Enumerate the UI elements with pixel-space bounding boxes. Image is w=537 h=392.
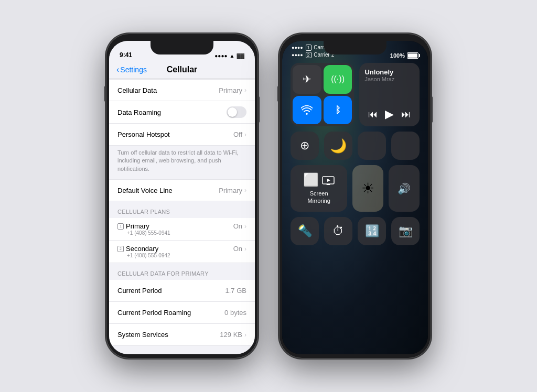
- cc-btn3[interactable]: [358, 132, 386, 160]
- back-button[interactable]: ‹ Settings: [116, 65, 147, 74]
- current-period-roaming-value: 0 bytes: [224, 309, 246, 317]
- rotation-lock-btn[interactable]: ⊕: [291, 132, 319, 160]
- back-label[interactable]: Settings: [120, 66, 147, 74]
- cellular-plans-header: CELLULAR PLANS: [109, 201, 255, 218]
- airplane-mode-btn[interactable]: ✈: [293, 65, 321, 94]
- connectivity-block: ✈ ((·)): [291, 63, 354, 126]
- chevron-icon: ›: [244, 331, 246, 339]
- personal-hotspot-value: Off ›: [233, 130, 246, 138]
- chevron-icon: ›: [244, 245, 246, 253]
- status-icons: ●●●● ▲ ▓▓: [214, 53, 244, 59]
- system-services-label: System Services: [117, 331, 168, 339]
- system-services-size: 129 KB: [220, 331, 242, 339]
- music-artist: Jason Mraz: [364, 76, 414, 82]
- nav-bar: ‹ Settings Cellular: [109, 61, 255, 79]
- personal-hotspot-current: Off: [233, 130, 242, 138]
- cc-third-row: ⬜ ScreenMirroring ☀ 🔊: [291, 165, 420, 211]
- primary-plan-value: On ›: [233, 222, 246, 230]
- rewind-btn[interactable]: ⏮: [368, 109, 378, 120]
- right-phone-screen: ●●●● 1 Carrier LTE ●●●● 2 Carrier 2 100%: [282, 41, 428, 354]
- timer-btn[interactable]: ⏱: [324, 217, 352, 245]
- right-phone: ●●●● 1 Carrier LTE ●●●● 2 Carrier 2 100%: [279, 34, 431, 358]
- rotation-lock-icon: ⊕: [300, 139, 309, 153]
- play-btn[interactable]: ▶: [385, 107, 394, 121]
- cc-top-row: ✈ ((·)): [291, 63, 420, 126]
- cellular-icon: ((·)): [331, 74, 345, 84]
- secondary-plan-info: 2 Secondary +1 (408) 555-0942: [117, 245, 170, 258]
- cellular-data-value: Primary ›: [219, 86, 246, 94]
- data-roaming-toggle[interactable]: [227, 106, 246, 118]
- cellular-data-footer: Turn off cellular data to restrict all d…: [109, 146, 255, 179]
- battery-icon: [407, 52, 418, 59]
- airplane-icon: ✈: [303, 73, 312, 85]
- control-center-screen: ●●●● 1 Carrier LTE ●●●● 2 Carrier 2 100%: [282, 41, 428, 354]
- cellular-btn[interactable]: ((·)): [324, 65, 352, 94]
- do-not-disturb-btn[interactable]: 🌙: [324, 132, 352, 160]
- signal-icon: ●●●●: [214, 53, 227, 59]
- timer-icon: ⏱: [332, 224, 344, 238]
- screen-mirror-icon: ⬜: [303, 172, 335, 187]
- cellular-plans-label: CELLULAR PLANS: [117, 209, 170, 215]
- moon-icon: 🌙: [330, 138, 347, 154]
- cc-second-row: ⊕ 🌙: [291, 132, 420, 160]
- primary-plan-row[interactable]: 1 Primary +1 (408) 555-0941 On ›: [109, 218, 255, 241]
- primary-plan-number: +1 (408) 555-0941: [117, 230, 170, 236]
- system-services-row[interactable]: System Services 129 KB ›: [109, 324, 255, 346]
- camera-btn[interactable]: 📷: [391, 217, 420, 245]
- secondary-plan-number: +1 (408) 555-0942: [117, 253, 170, 258]
- cc-btn4[interactable]: [391, 132, 420, 160]
- cellular-data-row[interactable]: Cellular Data Primary ›: [109, 79, 255, 101]
- cellular-data-current: Primary: [219, 86, 242, 94]
- volume-btn[interactable]: 🔊: [389, 165, 420, 211]
- calculator-icon: 🔢: [365, 224, 379, 238]
- svg-marker-1: [327, 179, 330, 182]
- secondary-plan-row[interactable]: 2 Secondary +1 (408) 555-0942 On ›: [109, 241, 255, 263]
- camera-icon: 📷: [399, 224, 413, 238]
- current-period-roaming-label: Current Period Roaming: [117, 309, 191, 317]
- wifi-icon: [301, 105, 313, 115]
- brightness-btn[interactable]: ☀: [352, 165, 383, 211]
- wifi-icon: ▲: [230, 53, 235, 59]
- flashlight-btn[interactable]: 🔦: [291, 217, 319, 245]
- default-voice-current: Primary: [219, 187, 242, 194]
- personal-hotspot-label: Personal Hotspot: [117, 130, 170, 138]
- primary-plan-info: 1 Primary +1 (408) 555-0941: [117, 222, 170, 236]
- cc-bottom-row: 🔦 ⏱ 🔢 📷: [291, 217, 420, 245]
- default-voice-label: Default Voice Line: [117, 187, 173, 194]
- toggle-knob: [228, 107, 237, 117]
- default-voice-value: Primary ›: [219, 187, 246, 194]
- screen-mirror-btn[interactable]: ⬜ ScreenMirroring: [291, 165, 347, 211]
- chevron-icon: ›: [244, 223, 246, 230]
- calculator-btn[interactable]: 🔢: [358, 217, 386, 245]
- flashlight-icon: 🔦: [298, 224, 312, 238]
- default-voice-row[interactable]: Default Voice Line Primary ›: [109, 179, 255, 201]
- chevron-icon: ›: [244, 187, 246, 194]
- brightness-icon: ☀: [361, 180, 374, 197]
- data-primary-label: CELLULAR DATA FOR PRIMARY: [117, 270, 209, 277]
- notch-right: [324, 41, 386, 55]
- music-title: Unlonely: [364, 68, 414, 76]
- screen-mirror-label: ScreenMirroring: [307, 190, 330, 204]
- data-roaming-row[interactable]: Data Roaming: [109, 101, 255, 124]
- current-period-row: Current Period 1.7 GB: [109, 280, 255, 302]
- fastforward-btn[interactable]: ⏭: [401, 109, 411, 120]
- secondary-plan-status: On: [233, 245, 242, 253]
- settings-list: Cellular Data Primary › Data Roaming Per…: [109, 79, 255, 350]
- sim1-icon: 1: [117, 223, 124, 230]
- bluetooth-icon: ᛒ: [335, 105, 341, 116]
- battery-fill: [408, 53, 417, 58]
- volume-icon: 🔊: [398, 182, 411, 195]
- page-title: Cellular: [167, 65, 198, 74]
- music-block: Unlonely Jason Mraz ⏮ ▶ ⏭: [359, 63, 420, 126]
- primary-plan-status: On: [233, 222, 242, 230]
- data-roaming-label: Data Roaming: [117, 108, 161, 116]
- battery-status: 100%: [390, 52, 418, 59]
- chevron-icon: ›: [244, 86, 246, 94]
- personal-hotspot-row[interactable]: Personal Hotspot Off ›: [109, 124, 255, 146]
- cc-controls: ✈ ((·)): [282, 61, 428, 245]
- system-services-value: 129 KB ›: [220, 331, 246, 339]
- wifi-btn[interactable]: [293, 96, 321, 125]
- primary-plan-label: Primary: [126, 222, 149, 230]
- time-display: 9:41: [120, 51, 132, 59]
- bluetooth-btn[interactable]: ᛒ: [324, 96, 352, 125]
